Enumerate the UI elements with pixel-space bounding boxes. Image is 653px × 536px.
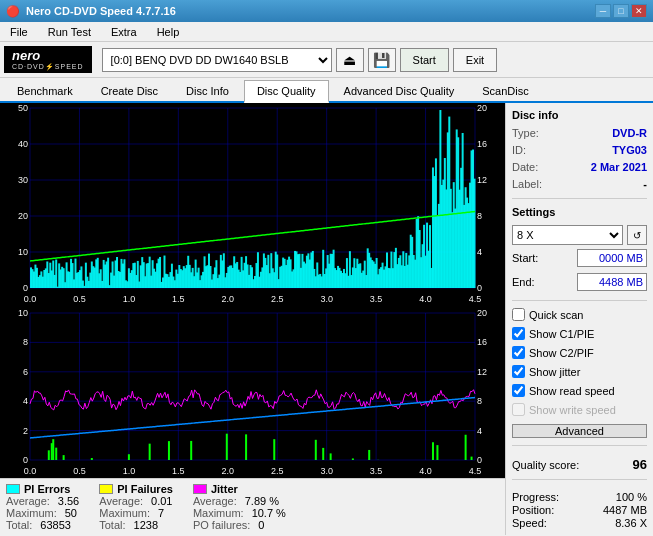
po-failures-label: PO failures: xyxy=(193,519,250,531)
tabs-bar: Benchmark Create Disc Disc Info Disc Qua… xyxy=(0,80,653,103)
quality-score-value: 96 xyxy=(633,457,647,472)
minimize-button[interactable]: ─ xyxy=(595,4,611,18)
show-c1pie-checkbox[interactable] xyxy=(512,327,525,340)
progress-section: Progress: 100 % Position: 4487 MB Speed:… xyxy=(512,491,647,530)
show-read-speed-label: Show read speed xyxy=(529,385,615,397)
disc-id-value: TYG03 xyxy=(612,144,647,156)
quick-scan-checkbox[interactable] xyxy=(512,308,525,321)
pi-errors-stats: PI Errors Average: 3.56 Maximum: 50 Tota… xyxy=(6,483,79,531)
speed-row: 8 X ↺ xyxy=(512,225,647,245)
main-content: PI Errors Average: 3.56 Maximum: 50 Tota… xyxy=(0,103,653,535)
pi-failures-avg-label: Average: xyxy=(99,495,143,507)
divider-1 xyxy=(512,198,647,199)
pi-failures-label: PI Failures xyxy=(117,483,173,495)
disc-label-label: Label: xyxy=(512,178,542,190)
jitter-stats: Jitter Average: 7.89 % Maximum: 10.7 % P… xyxy=(193,483,286,531)
pi-errors-max-value: 50 xyxy=(65,507,77,519)
show-read-speed-checkbox[interactable] xyxy=(512,384,525,397)
disc-id-label: ID: xyxy=(512,144,526,156)
disc-label-row: Label: - xyxy=(512,178,647,190)
show-c2pif-checkbox[interactable] xyxy=(512,346,525,359)
disc-type-value: DVD-R xyxy=(612,127,647,139)
pi-failures-total-row: Total: 1238 xyxy=(99,519,173,531)
jitter-average-row: Average: 7.89 % xyxy=(193,495,286,507)
show-c2pif-row: Show C2/PIF xyxy=(512,346,647,359)
show-read-speed-row: Show read speed xyxy=(512,384,647,397)
pi-failures-max-label: Maximum: xyxy=(99,507,150,519)
jitter-color xyxy=(193,484,207,494)
tab-scan-disc[interactable]: ScanDisc xyxy=(469,80,541,101)
start-label: Start: xyxy=(512,252,538,264)
pi-errors-total-value: 63853 xyxy=(40,519,71,531)
menu-help[interactable]: Help xyxy=(151,24,186,40)
tab-benchmark[interactable]: Benchmark xyxy=(4,80,86,101)
tab-advanced-disc-quality[interactable]: Advanced Disc Quality xyxy=(331,80,468,101)
pi-errors-total-row: Total: 63853 xyxy=(6,519,79,531)
disc-id-row: ID: TYG03 xyxy=(512,144,647,156)
exit-button[interactable]: Exit xyxy=(453,48,497,72)
speed-label: Speed: xyxy=(512,517,547,529)
disc-date-value: 2 Mar 2021 xyxy=(591,161,647,173)
eject-button[interactable]: ⏏ xyxy=(336,48,364,72)
position-value: 4487 MB xyxy=(603,504,647,516)
quality-score-row: Quality score: 96 xyxy=(512,457,647,472)
progress-value: 100 % xyxy=(616,491,647,503)
pi-errors-max-row: Maximum: 50 xyxy=(6,507,79,519)
pi-errors-label: PI Errors xyxy=(24,483,70,495)
position-label: Position: xyxy=(512,504,554,516)
menu-file[interactable]: File xyxy=(4,24,34,40)
divider-3 xyxy=(512,445,647,446)
refresh-button[interactable]: ↺ xyxy=(627,225,647,245)
jitter-max-label: Maximum: xyxy=(193,507,244,519)
position-row: Position: 4487 MB xyxy=(512,504,647,516)
pi-failures-total-value: 1238 xyxy=(134,519,158,531)
upper-chart xyxy=(0,103,505,306)
app-title: Nero CD-DVD Speed 4.7.7.16 xyxy=(26,5,176,17)
show-write-speed-row: Show write speed xyxy=(512,403,647,416)
title-bar-left: 🔴 Nero CD-DVD Speed 4.7.7.16 xyxy=(6,5,176,18)
end-field[interactable] xyxy=(577,273,647,291)
start-field[interactable] xyxy=(577,249,647,267)
end-label: End: xyxy=(512,276,535,288)
end-row: End: xyxy=(512,273,647,291)
drive-selector[interactable]: [0:0] BENQ DVD DD DW1640 BSLB xyxy=(102,48,332,72)
disc-date-row: Date: 2 Mar 2021 xyxy=(512,161,647,173)
maximize-button[interactable]: □ xyxy=(613,4,629,18)
show-jitter-checkbox[interactable] xyxy=(512,365,525,378)
quick-scan-label: Quick scan xyxy=(529,309,583,321)
pi-errors-max-label: Maximum: xyxy=(6,507,57,519)
jitter-header: Jitter xyxy=(193,483,286,495)
progress-label: Progress: xyxy=(512,491,559,503)
pi-failures-color xyxy=(99,484,113,494)
pi-failures-stats: PI Failures Average: 0.01 Maximum: 7 Tot… xyxy=(99,483,173,531)
speed-value: 8.36 X xyxy=(615,517,647,529)
menu-run-test[interactable]: Run Test xyxy=(42,24,97,40)
disc-info-title: Disc info xyxy=(512,109,647,121)
pi-errors-average-row: Average: 3.56 xyxy=(6,495,79,507)
save-button[interactable]: 💾 xyxy=(368,48,396,72)
pi-errors-header: PI Errors xyxy=(6,483,79,495)
disc-date-label: Date: xyxy=(512,161,538,173)
chart-area: PI Errors Average: 3.56 Maximum: 50 Tota… xyxy=(0,103,505,535)
speed-select[interactable]: 8 X xyxy=(512,225,623,245)
po-failures-value: 0 xyxy=(258,519,264,531)
tab-disc-info[interactable]: Disc Info xyxy=(173,80,242,101)
show-c2pif-label: Show C2/PIF xyxy=(529,347,594,359)
advanced-button[interactable]: Advanced xyxy=(512,424,647,438)
tab-create-disc[interactable]: Create Disc xyxy=(88,80,171,101)
close-button[interactable]: ✕ xyxy=(631,4,647,18)
show-write-speed-label: Show write speed xyxy=(529,404,616,416)
menu-extra[interactable]: Extra xyxy=(105,24,143,40)
tab-disc-quality[interactable]: Disc Quality xyxy=(244,80,329,103)
pi-failures-average-row: Average: 0.01 xyxy=(99,495,173,507)
pi-failures-max-value: 7 xyxy=(158,507,164,519)
right-panel: Disc info Type: DVD-R ID: TYG03 Date: 2 … xyxy=(505,103,653,535)
divider-4 xyxy=(512,479,647,480)
quick-scan-row: Quick scan xyxy=(512,308,647,321)
menu-bar: File Run Test Extra Help xyxy=(0,22,653,42)
start-button[interactable]: Start xyxy=(400,48,449,72)
show-c1pie-label: Show C1/PIE xyxy=(529,328,594,340)
divider-2 xyxy=(512,300,647,301)
progress-row: Progress: 100 % xyxy=(512,491,647,503)
pi-errors-total-label: Total: xyxy=(6,519,32,531)
